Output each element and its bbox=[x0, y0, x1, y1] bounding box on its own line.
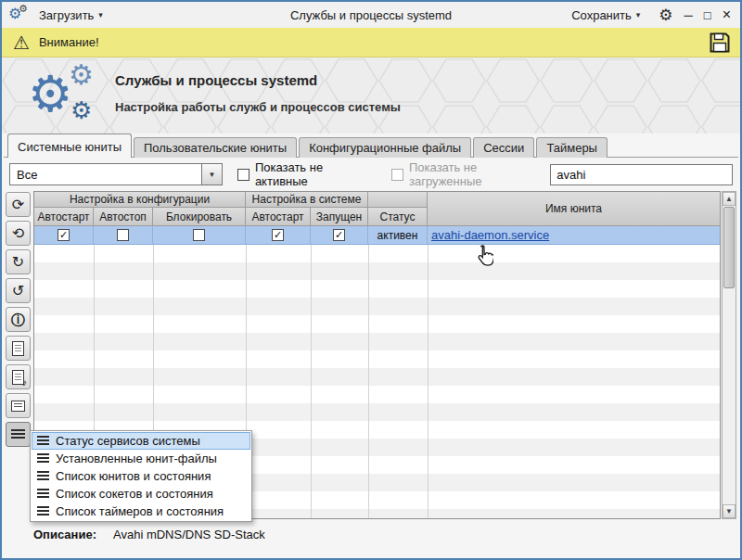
settings-gear-icon[interactable]: ⚙ bbox=[659, 7, 672, 23]
warning-text: Внимание! bbox=[39, 35, 99, 49]
menu-item-service-status[interactable]: Статус сервисов системы bbox=[32, 432, 250, 450]
scroll-thumb[interactable] bbox=[723, 207, 735, 288]
undo-icon: ↺ bbox=[12, 284, 24, 299]
refresh-icon: ⟳ bbox=[12, 197, 24, 212]
list-box-icon bbox=[11, 401, 25, 412]
menu-item-installed-unit-files[interactable]: Установленные юнит-файлы bbox=[32, 450, 250, 467]
checkbox-icon[interactable] bbox=[391, 169, 403, 181]
menu-item-label: Статус сервисов системы bbox=[56, 434, 200, 448]
filter-combobox[interactable]: Все ▼ bbox=[9, 163, 223, 185]
load-button-label: Загрузить bbox=[39, 8, 94, 22]
tab-config-files[interactable]: Конфигурационные файлы bbox=[299, 137, 471, 158]
autostart-system-checkbox[interactable]: ✓ bbox=[272, 229, 284, 241]
combobox-arrow-button[interactable]: ▼ bbox=[201, 164, 222, 185]
document-note-icon bbox=[12, 370, 24, 385]
column-header-running: Запущен bbox=[311, 208, 368, 226]
header-banner: ⚙ ⚙ ⚙ Службы и процессы systemd Настройк… bbox=[2, 57, 740, 134]
menu-item-label: Список сокетов и состояния bbox=[56, 487, 213, 501]
list-box-button[interactable] bbox=[6, 393, 31, 418]
vertical-scrollbar[interactable]: ▲ ▼ bbox=[722, 191, 736, 519]
list-icon bbox=[37, 453, 49, 464]
grid-line bbox=[428, 245, 429, 518]
column-header-unit-name: Имя юнита bbox=[428, 192, 720, 226]
load-button[interactable]: Загрузить ▾ bbox=[32, 6, 110, 25]
context-menu: Статус сервисов системы Установленные юн… bbox=[30, 430, 252, 522]
unit-row[interactable]: ✓ ✓ ✓ активен avahi-daemon.service bbox=[34, 226, 720, 245]
gear-icon: ⚙ bbox=[28, 69, 72, 119]
grid-line bbox=[368, 245, 369, 518]
status-list-button[interactable] bbox=[6, 422, 31, 447]
restart-button[interactable]: ↻ bbox=[6, 249, 31, 274]
list-icon bbox=[11, 429, 25, 440]
column-header-autostop: Автостоп bbox=[94, 208, 153, 226]
unit-name-cell: avahi-daemon.service bbox=[428, 226, 720, 244]
unit-file-button[interactable] bbox=[6, 336, 31, 361]
menu-item-sockets-and-states[interactable]: Список сокетов и состояния bbox=[32, 485, 250, 503]
column-header-autostart-system: Автостарт bbox=[246, 208, 311, 226]
description-label: Описание: bbox=[33, 528, 96, 541]
titlebar-right: Сохранить ▾ ⚙ ─ □ × bbox=[564, 6, 731, 25]
tab-sessions[interactable]: Сессии bbox=[473, 137, 534, 158]
revert-button[interactable]: ↺ bbox=[6, 278, 31, 303]
app-gears-icon: ⚙ ⚙ bbox=[7, 4, 32, 26]
column-header-block: Блокировать bbox=[153, 208, 246, 226]
tab-timers[interactable]: Таймеры bbox=[536, 137, 608, 158]
reload-units-button[interactable]: ⟲ bbox=[6, 221, 31, 246]
minimize-button[interactable]: ─ bbox=[684, 9, 693, 21]
grid-line bbox=[311, 245, 312, 518]
close-button[interactable]: × bbox=[723, 7, 731, 22]
group-header-system: Настройка в системе bbox=[246, 192, 368, 208]
group-header-empty bbox=[368, 192, 428, 208]
save-button[interactable]: Сохранить ▾ bbox=[564, 6, 647, 25]
running-checkbox[interactable]: ✓ bbox=[333, 229, 345, 241]
gear-icon: ⚙ bbox=[69, 61, 94, 89]
hexagon-pattern bbox=[2, 57, 740, 134]
column-header-status: Статус bbox=[368, 208, 428, 226]
scroll-up-button[interactable]: ▲ bbox=[723, 192, 736, 206]
cell-running: ✓ bbox=[311, 226, 368, 244]
scroll-down-button[interactable]: ▼ bbox=[723, 504, 736, 518]
warning-icon: ⚠ bbox=[13, 33, 30, 52]
show-inactive-checkbox[interactable]: Показать не активные bbox=[237, 160, 377, 188]
document-icon bbox=[12, 341, 24, 356]
history-icon: ⟲ bbox=[12, 226, 24, 241]
block-checkbox[interactable] bbox=[193, 229, 205, 241]
maximize-button[interactable]: □ bbox=[704, 9, 711, 21]
save-floppy-icon[interactable] bbox=[709, 32, 731, 54]
autostart-config-checkbox[interactable]: ✓ bbox=[58, 229, 70, 241]
table-header: Настройка в конфигурации Настройка в сис… bbox=[34, 192, 720, 226]
unit-name-link[interactable]: avahi-daemon.service bbox=[431, 228, 549, 242]
menu-item-timers-and-states[interactable]: Список таймеров и состояния bbox=[32, 503, 250, 520]
cell-autostart-config: ✓ bbox=[34, 226, 94, 244]
app-window: ⚙ ⚙ Загрузить ▾ Службы и процессы system… bbox=[0, 0, 742, 560]
checkbox-icon[interactable] bbox=[237, 169, 249, 181]
autostop-checkbox[interactable] bbox=[117, 229, 129, 241]
column-header-autostart-config: Автостарт bbox=[34, 208, 94, 226]
titlebar: ⚙ ⚙ Загрузить ▾ Службы и процессы system… bbox=[2, 2, 740, 28]
chevron-down-icon: ▼ bbox=[208, 171, 215, 179]
gear-icon: ⚙ bbox=[70, 98, 92, 122]
cell-block bbox=[153, 226, 246, 244]
warning-bar: ⚠ Внимание! bbox=[2, 28, 740, 57]
list-icon bbox=[37, 506, 49, 516]
menu-item-label: Список юнитов и состояния bbox=[56, 469, 211, 483]
info-button[interactable]: ⓘ bbox=[6, 307, 31, 332]
menu-item-label: Установленные юнит-файлы bbox=[56, 452, 217, 465]
tab-user-units[interactable]: Пользовательские юниты bbox=[134, 137, 297, 158]
show-unloaded-checkbox[interactable]: Показать не загруженные bbox=[391, 160, 550, 188]
search-input[interactable] bbox=[550, 164, 733, 185]
menu-item-units-and-states[interactable]: Список юнитов и состояния bbox=[32, 467, 250, 485]
cell-autostart-system: ✓ bbox=[246, 226, 311, 244]
tab-system-units[interactable]: Системные юниты bbox=[7, 134, 132, 158]
redo-icon: ↻ bbox=[12, 255, 24, 270]
combobox-value: Все bbox=[10, 168, 37, 182]
refresh-button[interactable]: ⟳ bbox=[6, 192, 31, 217]
journal-button[interactable] bbox=[6, 364, 31, 389]
cell-autostop bbox=[94, 226, 153, 244]
list-icon bbox=[37, 436, 49, 446]
show-inactive-label: Показать не активные bbox=[255, 160, 377, 188]
filter-bar: Все ▼ Показать не активные Показать не з… bbox=[9, 161, 733, 187]
gear-icon: ⚙ bbox=[19, 4, 28, 14]
menu-item-label: Список таймеров и состояния bbox=[56, 504, 224, 518]
footer: Описание: Avahi mDNS/DNS SD-Stack bbox=[4, 519, 738, 556]
